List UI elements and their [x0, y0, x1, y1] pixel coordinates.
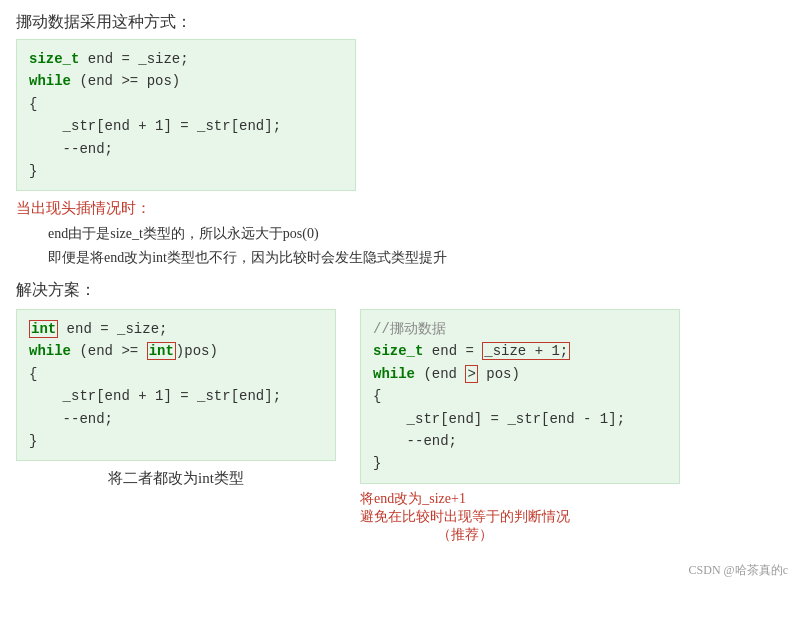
code2-line2: while (end >= int)pos) [29, 340, 323, 362]
code3-line2: while (end > pos) [373, 363, 667, 385]
code3-line5: --end; [373, 430, 667, 452]
warning-title: 当出现头插情况时： [16, 199, 788, 218]
code-block-1: size_t end = _size; while (end >= pos) {… [16, 39, 356, 191]
right-col: //挪动数据 size_t end = _size + 1; while (en… [360, 309, 680, 544]
code-block-2: int end = _size; while (end >= int)pos) … [16, 309, 336, 461]
code-line-1-4: _str[end + 1] = _str[end]; [29, 115, 343, 137]
warning-line-1: end由于是size_t类型的，所以永远大于pos(0) [48, 222, 788, 246]
watermark: CSDN @哈茶真的c [16, 562, 788, 579]
caption-right-line3: （推荐） [360, 526, 570, 544]
code-line-1-2: while (end >= pos) [29, 70, 343, 92]
solution-title: 解决方案： [16, 280, 788, 301]
code-line-1-1: size_t end = _size; [29, 48, 343, 70]
code2-line5: --end; [29, 408, 323, 430]
code-line-1-6: } [29, 160, 343, 182]
code2-line4: _str[end + 1] = _str[end]; [29, 385, 323, 407]
code-line-1-5: --end; [29, 138, 343, 160]
code3-line3: { [373, 385, 667, 407]
int-highlight-1: int [29, 320, 58, 338]
code3-line1: size_t end = _size + 1; [373, 340, 667, 362]
gt-highlight: > [465, 365, 477, 383]
left-col: int end = _size; while (end >= int)pos) … [16, 309, 336, 488]
code-block-3: //挪动数据 size_t end = _size + 1; while (en… [360, 309, 680, 484]
warning-line-2: 即便是将end改为int类型也不行，因为比较时会发生隐式类型提升 [48, 246, 788, 270]
code2-line6: } [29, 430, 323, 452]
caption-left: 将二者都改为int类型 [16, 469, 336, 488]
int-highlight-2: int [147, 342, 176, 360]
two-col-layout: int end = _size; while (end >= int)pos) … [16, 309, 788, 544]
code2-line1: int end = _size; [29, 318, 323, 340]
code-line-1-3: { [29, 93, 343, 115]
code3-line4: _str[end] = _str[end - 1]; [373, 408, 667, 430]
caption-right-line2: 避免在比较时出现等于的判断情况 [360, 508, 570, 526]
size-plus1-highlight: _size + 1; [482, 342, 570, 360]
section-title-1: 挪动数据采用这种方式： [16, 12, 788, 33]
code2-line3: { [29, 363, 323, 385]
caption-right: 将end改为_size+1 避免在比较时出现等于的判断情况 （推荐） [360, 490, 570, 544]
caption-right-line1: 将end改为_size+1 [360, 490, 570, 508]
page: 挪动数据采用这种方式： size_t end = _size; while (e… [16, 12, 788, 579]
code3-line6: } [373, 452, 667, 474]
code3-comment: //挪动数据 [373, 318, 667, 340]
